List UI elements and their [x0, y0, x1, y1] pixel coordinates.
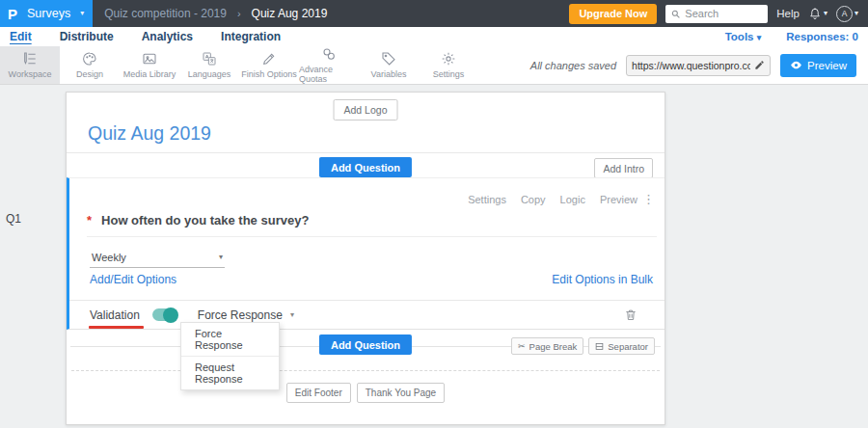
tool-settings[interactable]: Settings — [419, 46, 478, 84]
tool-label: Variables — [371, 69, 407, 79]
tool-label: Media Library — [123, 69, 176, 79]
chevron-down-icon: ▾ — [854, 10, 858, 17]
chevron-down-icon: ▾ — [80, 10, 84, 17]
tool-label: Design — [76, 69, 103, 79]
tool-design[interactable]: Design — [60, 46, 120, 84]
edit-url-icon[interactable] — [754, 60, 765, 70]
tab-integration[interactable]: Integration — [221, 30, 281, 43]
upgrade-now-button[interactable]: Upgrade Now — [569, 4, 657, 24]
preview-button[interactable]: Preview — [780, 54, 856, 77]
validation-toggle[interactable] — [152, 308, 177, 321]
question-number: Q1 — [6, 212, 21, 226]
topbar: P Surveys ▾ Quiz competition - 2019 › Qu… — [0, 0, 868, 27]
survey-url-box — [626, 55, 771, 76]
selected-option-label: Weekly — [92, 252, 126, 263]
question-text-row: * How often do you take the survey? — [87, 213, 309, 227]
tool-workspace[interactable]: Workspace — [0, 46, 60, 84]
thank-you-page-button[interactable]: Thank You Page — [357, 383, 445, 403]
page-controls: ✂ Page Break Separator — [511, 337, 655, 355]
breadcrumb-current: Quiz Aug 2019 — [252, 7, 328, 20]
image-icon — [142, 51, 157, 67]
responses-count[interactable]: Responses: 0 — [786, 31, 858, 42]
add-edit-options-link[interactable]: Add/Edit Options — [90, 273, 176, 286]
eye-icon — [790, 59, 802, 71]
nav-right: Tools ▾ Responses: 0 — [725, 31, 858, 42]
palette-icon — [82, 51, 97, 67]
survey-title[interactable]: Quiz Aug 2019 — [88, 122, 211, 145]
edit-footer-button[interactable]: Edit Footer — [286, 383, 351, 403]
answer-option-select[interactable]: Weekly ▾ — [90, 248, 225, 268]
bell-icon — [808, 7, 822, 20]
question-copy-link[interactable]: Copy — [521, 194, 546, 205]
separator-label: Separator — [608, 341, 648, 352]
search-icon — [670, 9, 681, 19]
chevron-down-icon: ▾ — [757, 33, 762, 42]
account-menu[interactable]: A ▾ — [836, 6, 858, 22]
validation-label: Validation — [90, 308, 140, 322]
tool-languages[interactable]: Languages — [179, 46, 239, 84]
product-label: Surveys — [27, 7, 70, 20]
scissors-icon: ✂ — [518, 341, 526, 351]
add-intro-button[interactable]: Add Intro — [594, 158, 653, 178]
tool-media-library[interactable]: Media Library — [120, 46, 179, 84]
tools-menu[interactable]: Tools ▾ — [725, 31, 762, 42]
menu-item-request-response[interactable]: Request Response — [181, 357, 279, 389]
question-preview-link[interactable]: Preview — [600, 194, 637, 205]
help-link[interactable]: Help — [776, 8, 800, 19]
topbar-right: Upgrade Now Help ▾ A ▾ — [569, 4, 868, 24]
tool-variables[interactable]: Variables — [359, 46, 419, 84]
chevron-down-icon: ▾ — [824, 10, 827, 17]
section-nav: Edit Distribute Analytics Integration To… — [0, 27, 868, 46]
breadcrumb-parent[interactable]: Quiz competition - 2019 — [104, 7, 227, 20]
tab-edit[interactable]: Edit — [10, 30, 32, 43]
search-box[interactable] — [665, 5, 768, 23]
product-switcher[interactable]: P Surveys ▾ — [0, 0, 93, 27]
question-settings-link[interactable]: Settings — [468, 194, 506, 205]
footer-row: Edit Footer Thank You Page — [67, 383, 665, 403]
edit-options-in-bulk-link[interactable]: Edit Options in Bulk — [552, 273, 653, 286]
validation-type-select[interactable]: Force Response ▾ — [198, 308, 294, 322]
add-question-button-top[interactable]: Add Question — [319, 157, 412, 177]
chevron-down-icon: ▾ — [219, 254, 223, 261]
avatar: A — [836, 6, 853, 22]
validation-type-value: Force Response — [198, 308, 283, 322]
tool-label: Advance Quotas — [299, 65, 359, 84]
tab-distribute[interactable]: Distribute — [60, 30, 114, 43]
breadcrumb: Quiz competition - 2019 › Quiz Aug 2019 — [104, 7, 327, 20]
validation-row: Validation Force Response ▾ — [69, 300, 665, 329]
links-icon — [321, 46, 337, 62]
notifications-menu[interactable]: ▾ — [808, 7, 827, 20]
tab-analytics[interactable]: Analytics — [142, 30, 193, 43]
page-break-button[interactable]: ✂ Page Break — [511, 337, 583, 355]
workspace-toolbar: Workspace Design Media Library — [0, 46, 868, 85]
translate-icon — [202, 51, 217, 67]
more-options-icon[interactable]: ⋮ — [642, 192, 655, 206]
menu-item-force-response[interactable]: Force Response — [181, 323, 279, 357]
add-question-button-bottom[interactable]: Add Question — [319, 334, 412, 355]
save-status: All changes saved — [530, 60, 616, 71]
tool-advance-quotas[interactable]: Advance Quotas — [299, 46, 359, 84]
tool-label: Languages — [188, 69, 231, 79]
search-input[interactable] — [685, 8, 763, 19]
pencil-icon — [261, 51, 277, 67]
divider — [87, 236, 657, 237]
tool-finish-options[interactable]: Finish Options — [239, 46, 299, 84]
delete-question-icon[interactable] — [624, 308, 637, 322]
section-row: Add Question ✂ Page Break Separator — [67, 334, 665, 358]
gear-icon — [441, 51, 456, 67]
separator-button[interactable]: Separator — [588, 337, 655, 355]
validation-dropdown-menu: Force Response Request Response — [180, 322, 280, 390]
survey-url-input[interactable] — [632, 60, 750, 71]
chevron-down-icon: ▾ — [290, 311, 294, 319]
add-logo-button[interactable]: Add Logo — [334, 99, 398, 120]
separator-icon — [595, 342, 604, 351]
toolbar-right: All changes saved Preview — [530, 46, 868, 84]
question-logic-link[interactable]: Logic — [560, 194, 585, 205]
breadcrumb-separator-icon: › — [237, 8, 241, 19]
questionpro-logo-icon: P — [8, 7, 17, 21]
divider — [67, 152, 665, 153]
question-text[interactable]: How often do you take the survey? — [101, 213, 309, 227]
preview-label: Preview — [807, 60, 847, 71]
tool-label: Settings — [433, 69, 465, 79]
tool-label: Finish Options — [241, 69, 297, 79]
